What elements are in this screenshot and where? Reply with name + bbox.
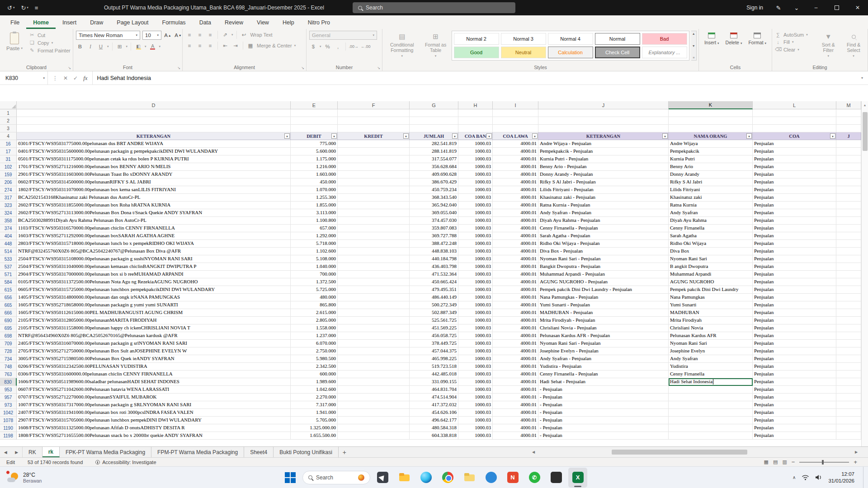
cell-J734[interactable]: Andy Syafran - Penjualan [538, 355, 669, 363]
cell-E728[interactable]: 2.750.000 [291, 347, 338, 355]
row-header-206[interactable]: 206 [0, 178, 17, 186]
row-header-584[interactable]: 584 [0, 278, 17, 286]
cell-K159[interactable]: Donny Arandy [669, 171, 753, 178]
cell-I533[interactable]: 4000.01 [493, 255, 538, 263]
cell-J973[interactable]: - Penjualan [538, 401, 669, 409]
row-header-358[interactable]: 358 [0, 217, 17, 225]
cell-F957[interactable] [338, 394, 410, 401]
cell-K695[interactable]: Chrisliani Novia [669, 324, 753, 332]
cell-M1198[interactable] [836, 432, 861, 440]
cell-H690[interactable]: 1000.03 [458, 317, 493, 324]
cell-F31[interactable] [338, 155, 410, 163]
cell-G571[interactable]: 471.532.364 [410, 271, 458, 278]
cell-J159[interactable]: Donny Arandy - Penjualan [538, 171, 669, 178]
cell-E953[interactable]: 1.042.600 [291, 386, 338, 394]
cell-G1198[interactable]: 604.338.818 [410, 432, 458, 440]
cell-F763[interactable] [338, 371, 410, 378]
cell-J358[interactable]: Diyah Ayu Rahma - Penjualan [538, 217, 669, 225]
format-painter-button[interactable]: ✎Format Painter [29, 47, 71, 53]
filter-button-F[interactable]: ▾ [403, 133, 409, 139]
italic-button[interactable]: I [86, 42, 94, 51]
dialog-launcher-icon[interactable]: ↘ [68, 66, 71, 70]
cell-H615[interactable]: 1000.03 [458, 286, 493, 294]
vertical-scrollbar[interactable]: ▲ [861, 101, 868, 446]
cell-G584[interactable]: 450.665.424 [410, 278, 458, 286]
cell-H728[interactable]: 1000.03 [458, 347, 493, 355]
column-header-K[interactable]: K [669, 101, 753, 109]
cell-D17[interactable]: 0401/FTSCY/WS950315600000.00pelunasan pa… [17, 148, 291, 155]
cell-K1078[interactable] [669, 417, 753, 424]
cell-E615[interactable]: 5.725.000 [291, 286, 338, 294]
cell-H763[interactable]: 1000.03 [458, 371, 493, 378]
cell-I615[interactable]: 4000.01 [493, 286, 538, 294]
filter-header-I[interactable]: COA LAWA▾ [493, 132, 538, 140]
cell-K448[interactable]: Ridho Oki Wijaya [669, 240, 753, 248]
ribbon-tab-insert[interactable]: Insert [56, 17, 83, 29]
cell-I324[interactable]: 4000.01 [493, 209, 538, 217]
ribbon-tab-help[interactable]: Help [276, 17, 301, 29]
cell-E533[interactable]: 5.108.000 [291, 255, 338, 263]
accessibility-status[interactable]: Accessibility: Investigate [89, 460, 162, 465]
volume-icon[interactable] [815, 474, 822, 480]
cell-J324[interactable]: Andy Syafran - Penjualan [538, 209, 669, 217]
vertical-scroll-thumb[interactable] [863, 112, 868, 151]
cell-G1[interactable] [410, 109, 458, 117]
row-header-1078[interactable]: 1078 [0, 417, 17, 424]
cell-K953[interactable] [669, 386, 753, 394]
cell-M1078[interactable] [836, 417, 861, 424]
title-search-box[interactable]: Search [353, 2, 515, 13]
cell-F323[interactable] [338, 202, 410, 209]
scroll-left-icon[interactable]: ◀ [530, 450, 537, 454]
ribbon-display-options-icon[interactable]: ⌄ [788, 5, 806, 11]
row-header-274[interactable]: 274 [0, 186, 17, 194]
cell-J656[interactable]: Nana Pamungkas - Penjualan [538, 294, 669, 301]
row-header-665[interactable]: 665 [0, 301, 17, 309]
dialog-launcher-icon[interactable]: ↘ [301, 66, 304, 70]
filter-button-I[interactable]: ▾ [532, 133, 538, 139]
cell-I698[interactable]: 4000.01 [493, 332, 538, 340]
cell-K957[interactable] [669, 394, 753, 401]
cell-J957[interactable]: - Penjualan [538, 394, 669, 401]
row-header-1198[interactable]: 1198 [0, 432, 17, 440]
filter-header-L[interactable]: COA▾ [753, 132, 836, 140]
close-button[interactable]: ✕ [847, 0, 868, 15]
taskbar-search[interactable]: Search [302, 471, 370, 484]
cell-G1190[interactable]: 480.584.318 [410, 424, 458, 432]
cell-K3[interactable] [669, 125, 753, 132]
cell-L514[interactable]: Penjualan [753, 248, 836, 255]
cell-L274[interactable]: Penjualan [753, 186, 836, 194]
customize-qat-button[interactable]: ≡ [35, 5, 38, 11]
row-header-317[interactable]: 317 [0, 194, 17, 202]
cell-M953[interactable] [836, 386, 861, 394]
cell-K2[interactable] [669, 117, 753, 125]
cell-J2[interactable] [538, 117, 669, 125]
cell-F1042[interactable] [338, 409, 410, 417]
cell-K1198[interactable] [669, 432, 753, 440]
cell-H734[interactable]: 1000.03 [458, 355, 493, 363]
weather-widget[interactable]: 28°C Berawan [0, 472, 49, 483]
cell-K728[interactable]: Josephine Evelyn [669, 347, 753, 355]
cell-J1042[interactable]: - Penjualan [538, 409, 669, 417]
filter-button-D[interactable]: ▾ [284, 133, 290, 139]
cell-M3[interactable] [836, 125, 861, 132]
cell-K206[interactable]: Rifky S Al Jabri [669, 178, 753, 186]
cell-L358[interactable]: Penjualan [753, 217, 836, 225]
filter-header-E[interactable]: DEBIT▾ [291, 132, 338, 140]
cell-E734[interactable]: 5.980.500 [291, 355, 338, 363]
taskbar-clock[interactable]: 12:07 31/01/2026 [828, 471, 854, 484]
cell-I323[interactable]: 4000.01 [493, 202, 538, 209]
page-layout-view-button[interactable]: ▤ [773, 459, 778, 465]
confirm-entry-button[interactable]: ✓ [73, 75, 78, 81]
cell-E656[interactable]: 480.000 [291, 294, 338, 301]
taskbar-folder-icon[interactable] [460, 468, 479, 488]
cell-L16[interactable]: Penjualan [753, 140, 836, 148]
horizontal-scroll-track[interactable] [537, 450, 853, 455]
cell-L404[interactable]: Penjualan [753, 232, 836, 240]
cell-H159[interactable]: 1000.03 [458, 171, 493, 178]
cell-H324[interactable]: 1000.03 [458, 209, 493, 217]
column-header-E[interactable]: E [291, 101, 338, 109]
cell-D358[interactable]: BCA25030288991Diyah Ayu Rahma Pelunasan … [17, 217, 291, 225]
minimize-button[interactable]: – [806, 0, 826, 15]
maximize-button[interactable] [826, 0, 847, 15]
cell-J533[interactable]: Nyoman Rani Sari - Penjualan [538, 255, 669, 263]
